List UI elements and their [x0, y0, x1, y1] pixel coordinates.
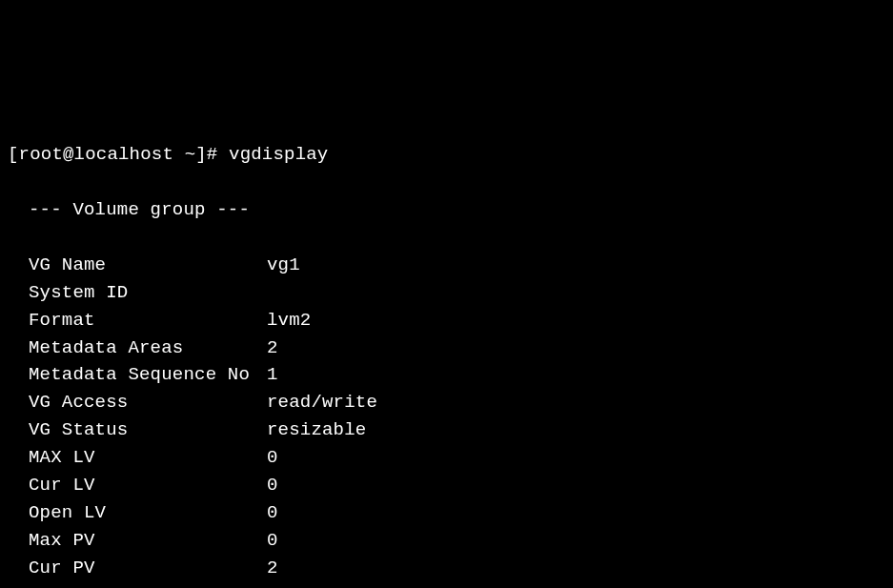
vg-field-row: Act PV2	[8, 581, 885, 588]
vg-field-value: 0	[267, 499, 278, 527]
vg-field-row: Metadata Areas2	[8, 335, 885, 362]
vg-field-row: Cur LV0	[8, 472, 885, 499]
terminal-output: [root@localhost ~]# vgdisplay --- Volume…	[8, 114, 885, 589]
vg-field-label: Act PV	[8, 581, 267, 588]
vg-field-value: 0	[267, 472, 278, 499]
vg-field-value: 1	[267, 361, 278, 389]
vg-field-value: 0	[267, 444, 278, 472]
vg-fields: VG Namevg1System IDFormatlvm2Metadata Ar…	[8, 252, 885, 588]
vg-field-value: 2	[267, 581, 278, 588]
vg-field-row: Open LV0	[8, 499, 885, 527]
vg-field-row: VG Statusresizable	[8, 416, 885, 444]
shell-prompt: [root@localhost ~]#	[8, 141, 229, 169]
vg-field-value: 0	[267, 527, 278, 555]
vg-field-value: 2	[267, 335, 278, 362]
vg-field-value: read/write	[267, 389, 377, 416]
vg-field-label: Metadata Sequence No	[8, 361, 267, 389]
vg-field-row: VG Accessread/write	[8, 389, 885, 416]
vg-field-label: Cur LV	[8, 472, 267, 499]
vg-field-row: Metadata Sequence No1	[8, 361, 885, 389]
vg-field-value: 2	[267, 555, 278, 582]
vg-field-label: Metadata Areas	[8, 335, 267, 362]
vg-field-label: VG Status	[8, 416, 267, 444]
vg-field-label: Max PV	[8, 527, 267, 555]
vg-field-label: Cur PV	[8, 555, 267, 582]
vg-field-label: System ID	[8, 279, 267, 307]
vg-field-value: lvm2	[267, 307, 311, 335]
vg-field-row: Formatlvm2	[8, 307, 885, 335]
vg-field-label: MAX LV	[8, 444, 267, 472]
vg-field-value: resizable	[267, 416, 366, 444]
vg-field-row: VG Namevg1	[8, 252, 885, 279]
command-text: vgdisplay	[229, 141, 328, 169]
vg-field-label: VG Name	[8, 252, 267, 279]
vg-field-row: Max PV0	[8, 527, 885, 555]
vg-field-label: Open LV	[8, 499, 267, 527]
vg-field-label: Format	[8, 307, 267, 335]
vg-field-value: vg1	[267, 252, 300, 279]
prompt-line: [root@localhost ~]# vgdisplay	[8, 141, 885, 169]
vg-field-row: MAX LV0	[8, 444, 885, 472]
vg-field-row: Cur PV2	[8, 555, 885, 582]
volume-group-header: --- Volume group ---	[8, 196, 885, 224]
vg-field-label: VG Access	[8, 389, 267, 416]
vg-field-row: System ID	[8, 279, 885, 307]
